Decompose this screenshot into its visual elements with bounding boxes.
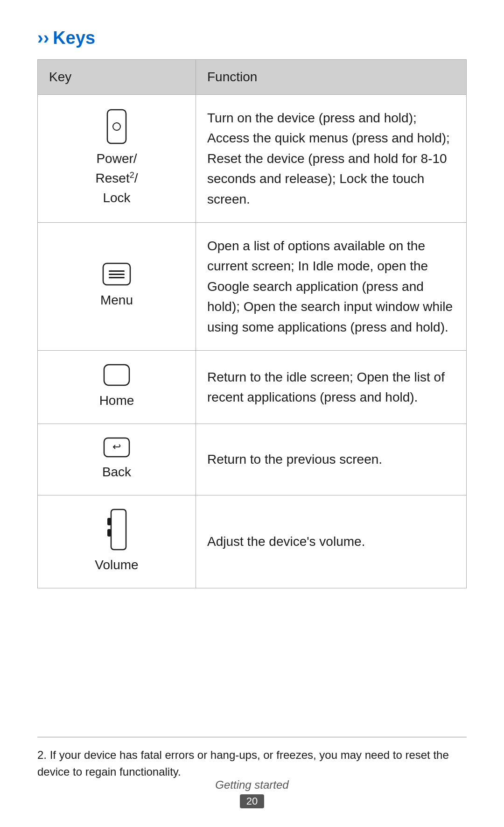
footnote-number: 2 bbox=[37, 749, 43, 761]
svg-rect-9 bbox=[111, 509, 126, 550]
back-function-text: Return to the previous screen. bbox=[207, 449, 455, 469]
power-key-icon bbox=[106, 109, 127, 144]
menu-key-icon bbox=[102, 262, 131, 286]
menu-function-text: Open a list of options available on the … bbox=[207, 236, 455, 337]
table-row: Home Return to the idle screen; Open the… bbox=[38, 350, 467, 424]
page-title: ›› Keys bbox=[37, 28, 467, 48]
svg-rect-0 bbox=[107, 110, 126, 143]
footer: Getting started 20 bbox=[0, 778, 504, 808]
svg-rect-11 bbox=[107, 529, 111, 537]
keys-table: Key Function Power/Reset2/Lock Turn on bbox=[37, 59, 467, 588]
menu-key-label: Menu bbox=[100, 290, 133, 310]
chevron-icon: ›› bbox=[37, 28, 49, 48]
home-key-label: Home bbox=[99, 391, 134, 410]
table-row: ↩ Back Return to the previous screen. bbox=[38, 424, 467, 495]
svg-rect-5 bbox=[109, 277, 125, 278]
power-function-text: Turn on the device (press and hold); Acc… bbox=[207, 108, 455, 209]
volume-key-label: Volume bbox=[95, 555, 138, 575]
col-header-function: Function bbox=[196, 60, 467, 95]
back-key-icon: ↩ bbox=[103, 437, 130, 458]
svg-text:↩: ↩ bbox=[112, 441, 121, 452]
col-header-key: Key bbox=[38, 60, 196, 95]
footer-page-number: 20 bbox=[240, 794, 264, 808]
svg-rect-10 bbox=[107, 518, 111, 525]
home-key-icon bbox=[103, 364, 130, 386]
footnote-area: 2. If your device has fatal errors or ha… bbox=[37, 737, 467, 780]
svg-rect-4 bbox=[109, 274, 125, 275]
svg-rect-3 bbox=[109, 270, 125, 272]
volume-function-text: Adjust the device's volume. bbox=[207, 531, 455, 551]
svg-rect-6 bbox=[104, 365, 129, 385]
footer-label: Getting started bbox=[0, 778, 504, 792]
volume-key-icon bbox=[106, 509, 127, 551]
power-key-label: Power/Reset2/Lock bbox=[96, 149, 138, 208]
home-function-text: Return to the idle screen; Open the list… bbox=[207, 367, 455, 408]
table-row: Menu Open a list of options available on… bbox=[38, 222, 467, 350]
svg-point-1 bbox=[113, 123, 120, 130]
footnote-text: 2. If your device has fatal errors or ha… bbox=[37, 747, 467, 780]
table-row: Power/Reset2/Lock Turn on the device (pr… bbox=[38, 95, 467, 223]
table-row: Volume Adjust the device's volume. bbox=[38, 495, 467, 588]
back-key-label: Back bbox=[102, 462, 131, 482]
footnote-divider bbox=[37, 737, 467, 737]
